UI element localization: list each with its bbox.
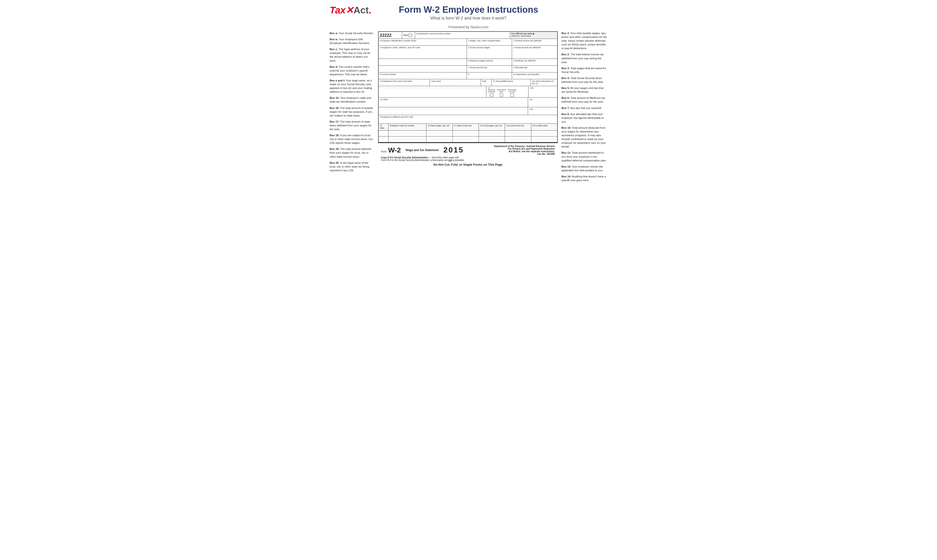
- form-row-state-data-2: [378, 137, 557, 142]
- form-row-10: 12d: [378, 107, 557, 115]
- box14-label: 14 Other: [380, 98, 527, 101]
- cell-dep-care: 10 Dependent care benefits: [512, 72, 557, 79]
- cell-box9: 9: [467, 72, 512, 79]
- footer-act-notice: Act Notice, see the separate instruction…: [494, 150, 555, 153]
- statutory-checkbox[interactable]: [490, 94, 493, 97]
- box-20-label: Box 20:: [330, 162, 340, 164]
- form-row-6: d Control number 9 10 Dependent care ben…: [378, 72, 557, 79]
- box-16-label: Box 16:: [330, 106, 340, 109]
- form-row-1: 22222 Void a Employee's social security …: [378, 32, 557, 39]
- box-10-text: Total amount deducted from your wages fo…: [562, 126, 606, 148]
- official-use-label: For Official Use Only ▶: [511, 32, 556, 35]
- footer-copy-text: — Send this entire page with: [429, 156, 459, 159]
- cell-federal-tax: 2 Federal income tax withheld: [512, 39, 557, 45]
- form-row-2: b Employer identification number (EIN) 1…: [378, 39, 557, 46]
- logo-x-icon: ✕: [345, 5, 354, 15]
- footer-dept: Department of the Treasury—Internal Reve…: [494, 145, 555, 148]
- w2-footer: Form W-2 Wage and Tax Statement 2015 Dep…: [378, 143, 558, 168]
- box-14-label: Box 14:: [562, 175, 571, 178]
- omb-label: OMB No. 1545-0008: [511, 35, 556, 37]
- footer-form-label: Form: [381, 150, 386, 153]
- cell-15-state-val1: [378, 131, 388, 136]
- thirdparty-checkbox[interactable]: [510, 94, 514, 97]
- sidebar-item-box-16: Box 16: The total amount of taxable wage…: [330, 106, 374, 117]
- footer-w2-label: W-2: [388, 146, 401, 154]
- left-sidebar: Box a: Your Social Security Number. Box …: [330, 31, 374, 175]
- footer-cat: Cat. No. 10134D: [494, 153, 555, 155]
- cell-employer-name-cont2: [378, 66, 467, 72]
- box-19-label: Box 19:: [330, 148, 340, 150]
- cell-official-use: For Official Use Only ▶ OMB No. 1545-000…: [510, 32, 557, 38]
- form-row-state-headers: 15 State Employer's state ID number 16 S…: [378, 124, 557, 131]
- sidebar-item-box-2: Box 2: The total federal income tax with…: [562, 52, 607, 64]
- sidebar-item-box-8: Box 8: Any allocated tips that your empl…: [562, 112, 607, 123]
- sidebar-item-box-17: Box 17: The total amount of state taxes …: [330, 120, 374, 131]
- sidebar-item-box-a: Box a: Your Social Security Number.: [330, 31, 374, 35]
- w2-copy-line: Copy A For Social Security Administratio…: [381, 156, 555, 162]
- cell-state-income: 17 State income tax: [453, 124, 479, 130]
- sidebar-item-box-b: Box b: Your employers EIN (Employer Iden…: [330, 37, 374, 45]
- sidebar-item-box-6: Box 6: Total amount of Medicare tax with…: [562, 96, 607, 103]
- content-area: Box a: Your Social Security Number. Box …: [330, 31, 607, 185]
- checkboxes-group: Statutoryemployee Retirementplan Third-p…: [488, 89, 527, 97]
- cell-void: Void: [402, 32, 415, 38]
- footer-right: Department of the Treasury—Internal Reve…: [494, 145, 555, 155]
- wages-label: 1 Wages, tips, other compensation: [468, 40, 511, 42]
- cell-15-state: 15 State: [378, 124, 388, 130]
- cell-ss-tips: 7 Social security tips: [467, 66, 512, 72]
- sidebar-item-box-15: Box 15: Your employer's state and state …: [330, 96, 374, 103]
- footer-copy-line2: Form W-3 to the Social Security Administ…: [381, 159, 448, 162]
- box12d-label: 12d: [529, 108, 556, 110]
- w2-brand-block: Form W-2: [381, 146, 401, 154]
- ss-tax-label: 4 Social security tax withheld: [513, 46, 556, 49]
- thirdparty-checkbox-group: Third-partysick pay: [508, 89, 516, 97]
- void-checkbox[interactable]: [409, 34, 412, 37]
- cell-state-wages: 16 State wages, tips, etc.: [426, 124, 452, 130]
- sidebar-item-box-20: Box 20: Is the legal name of the local, …: [330, 161, 374, 172]
- cell-nonqual: 11 Nonqualified plans: [492, 79, 531, 86]
- box-4-label: Box 4:: [562, 77, 570, 80]
- sidebar-item-box-18: Box 18: If you are subject to local, cit…: [330, 134, 374, 145]
- cell-state-id: Employer's state ID number: [388, 124, 426, 130]
- presented-by: Presented by TaxAct.com: [330, 25, 607, 29]
- emp-firstname-label: e Employee's first name and initial: [380, 80, 428, 82]
- locality-label: 20 Locality name: [532, 125, 548, 127]
- cell-14other: 14 Other: [378, 98, 528, 107]
- box-10-label: Box 10:: [562, 126, 571, 129]
- cell-state-wages-val2: [426, 137, 452, 142]
- box-b-label: Box b:: [330, 38, 338, 41]
- suff-label: Suff.: [482, 80, 490, 82]
- cell-employer-name-cont: [378, 59, 467, 65]
- form-row-7: e Employee's first name and initial Last…: [378, 79, 557, 86]
- medicare-tax-label: 6 Medicare tax withheld: [513, 60, 556, 62]
- form-row-4: 5 Medicare wages and tips 6 Medicare tax…: [378, 59, 557, 66]
- cell-state-income-val1: [453, 131, 479, 136]
- box12b-label: 12b: [530, 87, 556, 89]
- form-row-state-data-1: [378, 131, 557, 137]
- box9-label: 9: [468, 73, 511, 75]
- logo-tax: Tax: [330, 5, 345, 15]
- cell-locality: 20 Locality name: [531, 124, 557, 130]
- cell-checkboxes: 13 Statutoryemployee Retirementplan: [486, 86, 529, 97]
- box-7-label: Box 7:: [562, 106, 570, 109]
- box-1-label: Box 1:: [562, 32, 570, 35]
- box-5-label: Box 5:: [562, 86, 570, 89]
- sidebar-item-box-19: Box 19: The total amount withheld from y…: [330, 147, 374, 158]
- logo: Tax✕Act.: [330, 5, 371, 15]
- right-sidebar: Box 1: Your total taxable wages, tips, p…: [562, 31, 607, 185]
- cell-12d: 12d: [528, 107, 557, 115]
- retirement-checkbox[interactable]: [500, 94, 503, 97]
- void-label: Void: [403, 34, 408, 37]
- cell-ss-wages: 3 Social security wages: [467, 46, 512, 58]
- box-d-label: Box d:: [330, 65, 338, 68]
- alloc-tips-label: 8 Allocated tips: [513, 66, 556, 69]
- box15-label: 15 State: [380, 125, 385, 129]
- statutory-checkbox-group: Statutoryemployee: [488, 89, 495, 97]
- cell-local-wages-val2: [479, 137, 505, 142]
- logo-dot: .: [369, 5, 371, 15]
- sidebar-item-box-3: Box 3: Total wages that are taxed for So…: [562, 66, 607, 74]
- cell-12c: 12c: [528, 98, 557, 107]
- cell-suff: Suff.: [481, 79, 492, 86]
- sidebar-item-box-ef: Box e and f: Your legal name, as it read…: [330, 78, 374, 94]
- retirement-label: Retirementplan: [497, 89, 506, 93]
